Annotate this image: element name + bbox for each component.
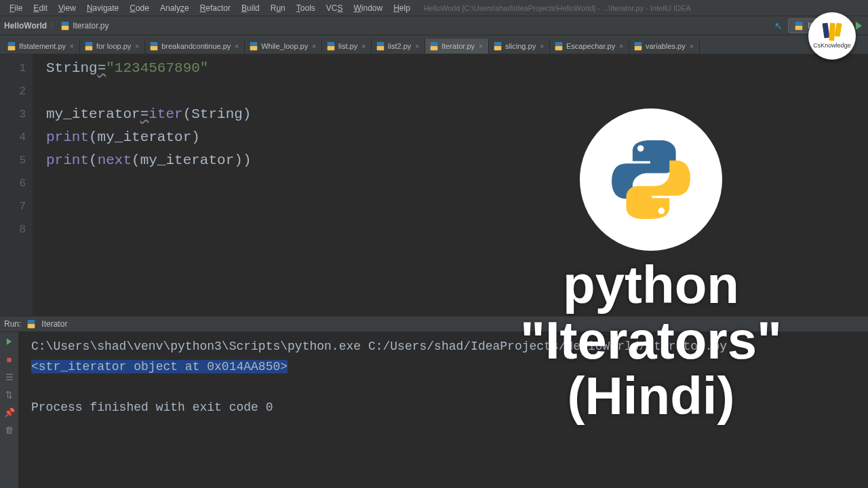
play-icon xyxy=(856,22,862,30)
svg-rect-17 xyxy=(431,46,438,50)
tab-forloop[interactable]: for loop.py× xyxy=(80,39,145,54)
close-icon[interactable]: × xyxy=(690,43,694,50)
svg-rect-15 xyxy=(377,46,384,50)
close-icon[interactable]: × xyxy=(540,43,544,50)
menu-refactor[interactable]: Refactor xyxy=(195,2,236,14)
layout-icon[interactable]: ☰ xyxy=(4,371,15,382)
svg-rect-5 xyxy=(8,46,16,50)
svg-rect-9 xyxy=(151,46,158,50)
svg-rect-11 xyxy=(250,46,258,50)
channel-name: CsKnowledge xyxy=(813,42,851,49)
menu-view[interactable]: View xyxy=(53,2,81,14)
close-icon[interactable]: × xyxy=(235,43,239,50)
pin-icon[interactable]: 📌 xyxy=(4,407,15,418)
menu-analyze[interactable]: Analyze xyxy=(155,2,195,14)
tab-list2[interactable]: list2.py× xyxy=(372,39,425,54)
close-icon[interactable]: × xyxy=(619,43,623,50)
tab-list[interactable]: list.py× xyxy=(322,39,372,54)
breadcrumb: HelloWorld 〉 Iterator.py xyxy=(4,20,769,31)
menu-file[interactable]: File xyxy=(4,2,28,14)
close-icon[interactable]: × xyxy=(70,43,74,50)
trash-icon[interactable]: 🗑 xyxy=(4,424,15,435)
run-panel-header: Run: Iterator xyxy=(0,316,868,332)
svg-rect-25 xyxy=(28,324,35,328)
chevron-right-icon: 〉 xyxy=(50,20,58,31)
tab-slicing[interactable]: slicing.py× xyxy=(489,39,550,54)
menu-run[interactable]: Run xyxy=(265,2,291,14)
python-file-icon xyxy=(794,21,804,30)
channel-badge: CsKnowledge xyxy=(808,12,856,60)
tab-ifstatement[interactable]: Ifstatement.py× xyxy=(3,39,80,54)
python-file-icon xyxy=(60,21,70,30)
svg-rect-7 xyxy=(85,46,93,50)
svg-rect-13 xyxy=(328,46,335,50)
svg-rect-3 xyxy=(795,26,803,30)
menu-window[interactable]: Window xyxy=(348,2,388,14)
close-icon[interactable]: × xyxy=(312,43,316,50)
close-icon[interactable]: × xyxy=(135,43,139,50)
console-output[interactable]: C:\Users\shad\venv\python3\Scripts\pytho… xyxy=(19,332,868,488)
console-exit: Process finished with exit code 0 xyxy=(31,401,273,414)
menubar: File Edit View Navigate Code Analyze Ref… xyxy=(0,0,868,16)
svg-rect-1 xyxy=(62,26,69,30)
python-file-icon xyxy=(26,319,36,329)
stop-icon[interactable]: ■ xyxy=(4,354,15,365)
tab-breakcontinue[interactable]: breakandcontinue.py× xyxy=(145,39,245,54)
svg-rect-23 xyxy=(635,46,642,50)
svg-rect-21 xyxy=(555,46,563,50)
close-icon[interactable]: × xyxy=(415,43,419,50)
toolbar: HelloWorld 〉 Iterator.py ↖ Iterator xyxy=(0,16,868,35)
menu-edit[interactable]: Edit xyxy=(28,2,53,14)
run-sidebar: ■ ☰ ⇅ 📌 🗑 xyxy=(0,332,19,488)
window-title: HelloWorld [C:\Users\shad\IdeaProjects\H… xyxy=(424,4,691,12)
svg-rect-19 xyxy=(494,46,502,50)
editor-tabs: Ifstatement.py× for loop.py× breakandcon… xyxy=(0,35,868,54)
close-icon[interactable]: × xyxy=(479,43,483,50)
nav-back-icon[interactable]: ↖ xyxy=(773,20,784,31)
console-line-selected: <str_iterator object at 0x014AA850> xyxy=(31,360,288,373)
menu-vcs[interactable]: VCS xyxy=(321,2,349,14)
run-panel: ■ ☰ ⇅ 📌 🗑 C:\Users\shad\venv\python3\Scr… xyxy=(0,332,868,488)
editor[interactable]: 1 2 3 4 5 6 7 8 String="1234567890" my_i… xyxy=(0,54,868,316)
tab-iterator[interactable]: Iterator.py× xyxy=(425,39,489,54)
breadcrumb-file[interactable]: Iterator.py xyxy=(60,21,108,30)
console-cmd: C:\Users\shad\venv\python3\Scripts\pytho… xyxy=(31,340,727,353)
close-icon[interactable]: × xyxy=(361,43,366,50)
tab-variables[interactable]: variables.py× xyxy=(629,39,700,54)
books-icon xyxy=(823,23,841,41)
menu-navigate[interactable]: Navigate xyxy=(81,2,124,14)
menu-tools[interactable]: Tools xyxy=(291,2,321,14)
rerun-icon[interactable] xyxy=(4,336,15,347)
menu-help[interactable]: Help xyxy=(388,2,416,14)
menu-code[interactable]: Code xyxy=(124,2,155,14)
run-panel-title: Run: xyxy=(4,319,21,329)
soft-wrap-icon[interactable]: ⇅ xyxy=(4,389,15,400)
code-area[interactable]: String="1234567890" my_iterator=iter(Str… xyxy=(33,54,868,316)
run-panel-tab[interactable]: Iterator xyxy=(41,319,67,329)
menu-build[interactable]: Build xyxy=(236,2,265,14)
gutter: 1 2 3 4 5 6 7 8 xyxy=(0,54,33,316)
tab-whileloop[interactable]: While_loop.py× xyxy=(245,39,322,54)
breadcrumb-project[interactable]: HelloWorld xyxy=(4,21,47,30)
tab-escapechar[interactable]: Escapechar.py× xyxy=(550,39,629,54)
